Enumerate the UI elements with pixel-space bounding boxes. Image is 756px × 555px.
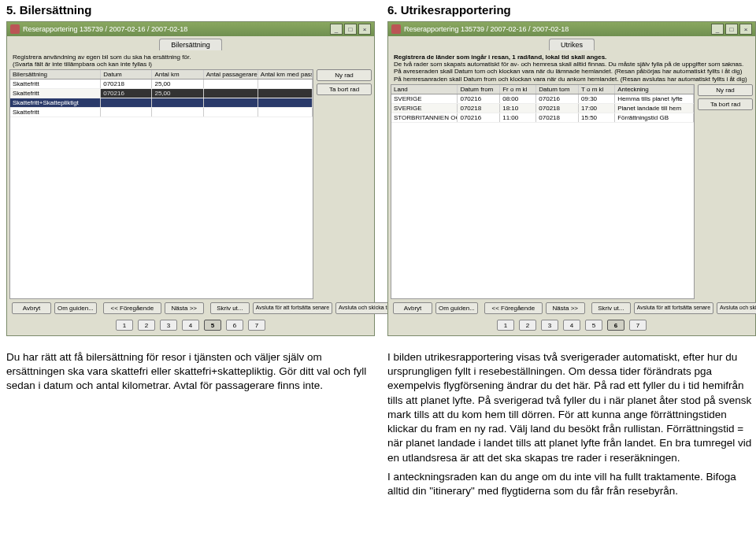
table-cell[interactable] xyxy=(258,108,313,117)
next-button[interactable]: Nästa >> xyxy=(165,302,204,314)
next-button[interactable]: Nästa >> xyxy=(546,302,585,314)
col-header: Antal passagerare xyxy=(204,70,258,79)
step-4[interactable]: 4 xyxy=(563,320,580,331)
col-header: Fr o m kl xyxy=(500,85,536,94)
delete-row-button[interactable]: Ta bort rad xyxy=(317,83,372,95)
step-5[interactable]: 5 xyxy=(204,320,221,331)
table-row[interactable]: Skattefritt+Skattepliktigt xyxy=(10,98,313,108)
table-row[interactable]: STORBRITANNIEN OCH NO...07021611:0007021… xyxy=(391,113,694,123)
table-cell[interactable]: 070216 xyxy=(458,113,500,122)
table-cell[interactable]: 070218 xyxy=(101,80,152,88)
step-1[interactable]: 1 xyxy=(497,320,514,331)
prev-button[interactable]: << Föregående xyxy=(103,302,161,314)
table-cell[interactable]: 070216 xyxy=(101,89,152,98)
tab-utrikes[interactable]: Utrikes xyxy=(549,39,595,50)
table-cell[interactable] xyxy=(101,108,152,117)
section-title-left: 5. Bilersättning xyxy=(6,3,375,17)
table-cell[interactable] xyxy=(204,89,258,98)
table-row[interactable]: Skattefritt07021625,00 xyxy=(10,89,313,98)
step-5[interactable]: 5 xyxy=(585,320,602,331)
table-cell[interactable]: 25,00 xyxy=(152,89,203,98)
table-cell[interactable]: 070218 xyxy=(536,113,579,122)
col-header: Datum from xyxy=(458,85,500,94)
step-3[interactable]: 3 xyxy=(160,320,177,331)
table-cell[interactable] xyxy=(204,80,258,88)
finish-send-button[interactable]: Avsluta och skicka till attest xyxy=(717,302,756,314)
step-indicator-left: 1234567 xyxy=(9,317,372,333)
maximize-button[interactable]: □ xyxy=(725,24,738,35)
table-cell[interactable]: Hemma tills planet lyfte xyxy=(615,94,694,103)
new-row-button[interactable]: Ny rad xyxy=(698,84,753,96)
step-4[interactable]: 4 xyxy=(182,320,199,331)
table-cell[interactable]: Planet landade till hem xyxy=(615,104,694,113)
table-cell[interactable]: 11:00 xyxy=(500,113,536,122)
table-cell[interactable]: 15:50 xyxy=(579,113,615,122)
table-cell[interactable]: 18:10 xyxy=(500,104,536,113)
cancel-button[interactable]: Avbryt xyxy=(393,302,432,314)
table-cell[interactable]: 17:00 xyxy=(579,104,615,113)
step-3[interactable]: 3 xyxy=(541,320,558,331)
table-row[interactable]: SVERIGE07021818:1007021817:00Planet land… xyxy=(391,104,694,113)
table-row[interactable]: Skattefritt xyxy=(10,108,313,117)
table-row[interactable]: SVERIGE07021608:0007021609:30Hemma tills… xyxy=(391,94,694,104)
step-6[interactable]: 6 xyxy=(607,320,624,331)
table-cell[interactable]: 070216 xyxy=(536,94,579,103)
table-cell[interactable]: SVERIGE xyxy=(391,104,458,113)
table-cell[interactable] xyxy=(152,108,203,117)
titlebar-left: Reserapportering 135739 / 2007-02-16 / 2… xyxy=(7,22,374,36)
step-6[interactable]: 6 xyxy=(226,320,243,331)
table-cell[interactable] xyxy=(258,80,313,88)
table-cell[interactable]: 070218 xyxy=(458,104,500,113)
table-cell[interactable] xyxy=(152,98,203,107)
step-2[interactable]: 2 xyxy=(519,320,536,331)
new-row-button[interactable]: Ny rad xyxy=(317,69,372,81)
table-cell[interactable]: 25,00 xyxy=(152,80,203,88)
instr-line: (Svarta fält är inte tillämpbara och kan… xyxy=(13,61,369,68)
table-cell[interactable]: SVERIGE xyxy=(391,94,458,103)
delete-row-button[interactable]: Ta bort rad xyxy=(698,98,753,110)
table-cell[interactable]: 070218 xyxy=(536,104,579,113)
grid-right[interactable]: Land Datum from Fr o m kl Datum tom T o … xyxy=(391,84,695,299)
instr-line: På avreseraden skall Datum tom och klock… xyxy=(394,68,750,75)
print-button[interactable]: Skriv ut... xyxy=(210,302,250,314)
table-cell[interactable]: 09:30 xyxy=(579,94,615,103)
table-cell[interactable]: 070216 xyxy=(458,94,500,103)
prev-button[interactable]: << Föregående xyxy=(484,302,543,314)
footer-buttons-right: Avbryt Om guiden... << Föregående Nästa … xyxy=(391,299,753,317)
print-button[interactable]: Skriv ut... xyxy=(591,302,631,314)
minimize-button[interactable]: _ xyxy=(711,24,724,35)
table-cell[interactable] xyxy=(258,89,313,98)
description-left: Du har rätt att få bilersättning för res… xyxy=(6,350,375,394)
step-7[interactable]: 7 xyxy=(248,320,265,331)
grid-left[interactable]: Bilersättning Datum Antal km Antal passa… xyxy=(9,69,313,299)
table-cell[interactable]: Skattefritt xyxy=(10,80,101,88)
side-buttons-right: Ny rad Ta bort rad xyxy=(698,84,753,299)
step-7[interactable]: 7 xyxy=(629,320,647,331)
close-button[interactable]: × xyxy=(358,24,371,35)
table-row[interactable]: Skattefritt07021825,00 xyxy=(10,80,313,89)
table-cell[interactable] xyxy=(101,98,152,107)
cancel-button[interactable]: Avbryt xyxy=(12,302,51,314)
grid-header: Land Datum from Fr o m kl Datum tom T o … xyxy=(391,85,694,94)
about-button[interactable]: Om guiden... xyxy=(435,302,478,314)
table-cell[interactable] xyxy=(258,98,313,107)
table-cell[interactable]: 08:00 xyxy=(500,94,536,103)
step-1[interactable]: 1 xyxy=(116,320,133,331)
maximize-button[interactable]: □ xyxy=(344,24,357,35)
minimize-button[interactable]: _ xyxy=(330,24,343,35)
table-cell[interactable]: Förrättningstid GB xyxy=(615,113,694,122)
step-2[interactable]: 2 xyxy=(138,320,155,331)
java-icon xyxy=(391,24,401,34)
table-cell[interactable]: Skattefritt xyxy=(10,108,101,117)
about-button[interactable]: Om guiden... xyxy=(54,302,97,314)
finish-later-button[interactable]: Avsluta för att fortsätta senare xyxy=(634,302,713,314)
table-cell[interactable]: Skattefritt+Skattepliktigt xyxy=(10,98,101,107)
table-cell[interactable] xyxy=(204,108,258,117)
close-button[interactable]: × xyxy=(739,24,752,35)
table-cell[interactable]: Skattefritt xyxy=(10,89,101,98)
finish-later-button[interactable]: Avsluta för att fortsätta senare xyxy=(253,302,332,314)
table-cell[interactable] xyxy=(204,98,258,107)
tab-bilersattning[interactable]: Bilersättning xyxy=(159,39,222,50)
table-cell[interactable]: STORBRITANNIEN OCH NO... xyxy=(391,113,458,122)
col-header: Antal km xyxy=(152,70,203,79)
